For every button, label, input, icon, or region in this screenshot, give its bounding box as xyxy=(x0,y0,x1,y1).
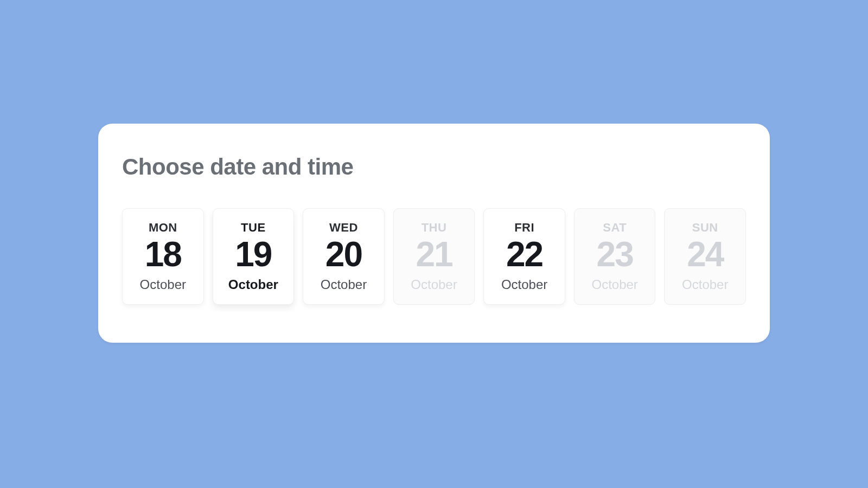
day-number: 20 xyxy=(326,237,362,272)
month-label: October xyxy=(501,277,547,292)
day-number: 22 xyxy=(506,237,542,272)
month-label: October xyxy=(321,277,367,292)
day-option-mon[interactable]: MON 18 October xyxy=(122,208,204,305)
day-of-week: SAT xyxy=(603,221,627,235)
month-label: October xyxy=(228,277,278,292)
day-option-sun: SUN 24 October xyxy=(664,208,746,305)
month-label: October xyxy=(411,277,457,292)
day-of-week: THU xyxy=(422,221,447,235)
month-label: October xyxy=(140,277,186,292)
day-number: 19 xyxy=(235,237,271,272)
day-option-tue[interactable]: TUE 19 October xyxy=(213,208,295,305)
day-option-wed[interactable]: WED 20 October xyxy=(303,208,385,305)
days-row: MON 18 October TUE 19 October WED 20 Oct… xyxy=(122,208,746,305)
month-label: October xyxy=(591,277,637,292)
day-number: 21 xyxy=(416,237,452,272)
heading: Choose date and time xyxy=(122,154,746,180)
day-of-week: TUE xyxy=(241,221,266,235)
day-option-fri[interactable]: FRI 22 October xyxy=(483,208,565,305)
day-number: 23 xyxy=(597,237,633,272)
day-of-week: SUN xyxy=(692,221,718,235)
day-number: 18 xyxy=(145,237,181,272)
date-picker-card: Choose date and time MON 18 October TUE … xyxy=(98,124,770,343)
day-of-week: MON xyxy=(149,221,177,235)
day-of-week: WED xyxy=(329,221,358,235)
month-label: October xyxy=(682,277,728,292)
day-option-thu: THU 21 October xyxy=(393,208,475,305)
day-of-week: FRI xyxy=(514,221,534,235)
day-option-sat: SAT 23 October xyxy=(574,208,656,305)
day-number: 24 xyxy=(687,237,723,272)
